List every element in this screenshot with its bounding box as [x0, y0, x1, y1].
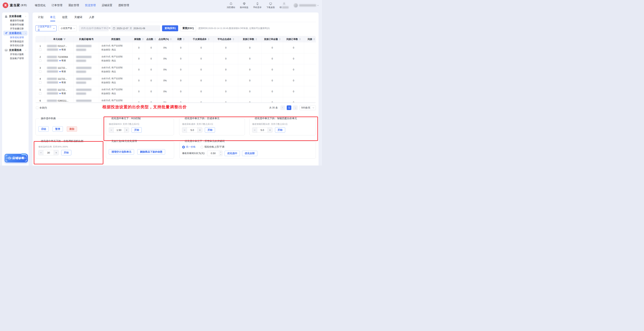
util-diamond[interactable]: 版本权益 — [240, 2, 248, 9]
sidebar-item[interactable]: 快车优化管理 — [2, 36, 28, 40]
column-header[interactable]: 花费 — [173, 36, 189, 43]
delete-offshelf-creative-button[interactable]: 删除商品下架的创意 — [137, 149, 165, 155]
shop-diagnosis-button[interactable]: 店铺诊断 — [4, 154, 28, 162]
util-monitor[interactable]: 下载桌面 — [266, 2, 275, 9]
cost-start-button[interactable]: 开始 — [205, 127, 215, 133]
sort-icon[interactable] — [208, 38, 210, 40]
clean-empty-button[interactable]: 清理空计划和单元 — [109, 149, 134, 155]
minus-button[interactable]: − — [38, 150, 43, 155]
plus-button[interactable]: + — [54, 150, 58, 155]
metric-cell: 0 — [214, 86, 238, 97]
tab[interactable]: 单元 — [50, 13, 56, 22]
column-header[interactable]: 直接订单数 — [238, 36, 262, 43]
start-units-button[interactable]: 启动 — [38, 126, 49, 132]
minus-button[interactable]: − — [109, 128, 114, 133]
column-header[interactable]: 平均点击成本 — [214, 36, 238, 43]
optimize-all-button[interactable]: 优化全部 — [242, 151, 257, 156]
nav-item[interactable]: 订单管理 — [52, 4, 62, 7]
current-page[interactable]: 1 — [287, 105, 291, 110]
metric-input[interactable]: 15天/点击/不含赠品/下单订单 — [79, 25, 109, 31]
search-button[interactable]: 查询(回车) — [162, 25, 178, 31]
column-header[interactable]: 点击率(%) — [157, 36, 173, 43]
sidebar-item[interactable]: 快车优化记录 — [2, 44, 28, 48]
app-logo[interactable]: 速 — [3, 3, 8, 8]
sort-icon[interactable] — [313, 38, 315, 40]
sort-icon[interactable] — [256, 38, 257, 40]
column-header[interactable]: 千次展现成本 — [189, 36, 214, 43]
util-person[interactable]: 联 — [280, 2, 289, 9]
radio-uniform-price[interactable]: 统一价格 — [182, 145, 196, 149]
account-menu[interactable] — [294, 3, 318, 8]
minus-button[interactable]: − — [252, 128, 257, 133]
account-select[interactable]: 小龙堡严选 — [58, 25, 77, 31]
sort-icon[interactable] — [183, 38, 184, 40]
roi-value[interactable]: 1.50 — [114, 128, 124, 133]
nav-item[interactable]: 铺货优化 — [35, 4, 46, 7]
tab[interactable]: 创意 — [62, 13, 68, 22]
sidebar-item[interactable]: 快车数据监控 — [2, 40, 28, 44]
column-header[interactable]: 间接 — [304, 36, 316, 43]
unit-name-suffix: 111722... — [58, 89, 67, 91]
panel-title: 无效计划/单元优化清理 — [110, 139, 138, 143]
nav-item[interactable]: 授权管理 — [118, 4, 129, 7]
prev-page-button[interactable] — [280, 105, 285, 110]
column-header[interactable]: 直接订单金额 — [262, 36, 283, 43]
keyword-bid-input[interactable]: 0.50 — [207, 151, 222, 156]
reset-button[interactable]: 重置(ESC) — [180, 25, 196, 31]
smart-value[interactable]: 5.0 — [257, 128, 268, 133]
util-phone[interactable]: 手机登录 — [253, 2, 262, 9]
premium-start-button[interactable]: 开始 — [61, 150, 71, 155]
spin-up-button[interactable] — [219, 151, 222, 153]
sidebar-group[interactable]: AD京准通报表› — [3, 48, 28, 53]
metric-cell: 0 — [214, 75, 238, 86]
sort-icon[interactable] — [142, 38, 144, 40]
util-bell[interactable]: 消息通知 — [227, 2, 235, 9]
column-header[interactable]: 点击数 — [145, 36, 157, 43]
spin-down-button[interactable] — [219, 153, 222, 156]
sidebar-item[interactable]: 批量快车创建 — [2, 23, 28, 27]
row-checkbox[interactable] — [39, 59, 42, 62]
cost-value[interactable]: 5.0 — [187, 128, 198, 133]
sort-icon[interactable] — [170, 38, 172, 40]
nav-item[interactable]: 投流管理 — [85, 4, 96, 7]
date-range-picker[interactable]: 2025-12-07 至 2026-01-06 — [111, 25, 160, 31]
nav-item[interactable]: 店铺设置 — [102, 4, 112, 7]
roi-start-button[interactable]: 开始 — [132, 127, 142, 133]
sidebar-group[interactable]: 京准通创建› — [3, 14, 28, 19]
plus-button[interactable]: + — [124, 128, 129, 133]
tab[interactable]: 人群 — [89, 13, 94, 22]
smart-start-button[interactable]: 开始 — [275, 127, 285, 133]
sort-icon[interactable] — [154, 38, 156, 40]
column-header[interactable]: 间接订单数 — [283, 36, 304, 43]
plus-button[interactable]: + — [268, 128, 272, 133]
sidebar-item[interactable]: 极速快车创建 — [2, 19, 28, 23]
delete-units-button[interactable]: 删除 — [67, 126, 77, 132]
sort-icon[interactable] — [233, 38, 234, 40]
shop-select[interactable]: 小龙堡严选小店 — [36, 25, 56, 31]
pause-units-button[interactable]: 暂停 — [52, 126, 63, 132]
plus-button[interactable]: + — [198, 128, 202, 133]
nav-item[interactable]: 退款管理 — [68, 4, 79, 7]
next-page-button[interactable] — [293, 105, 298, 110]
radio-float-price[interactable]: 现有价格上浮/下调 — [200, 145, 224, 149]
diagnosis-label: 店铺诊断 — [12, 156, 24, 160]
row-checkbox[interactable] — [39, 48, 42, 51]
optimize-selected-button[interactable]: 优化选中 — [224, 151, 240, 156]
sidebar-item[interactable]: 开车统计报表 — [2, 53, 28, 57]
sidebar-group[interactable]: 京准通优化› — [3, 31, 28, 36]
premium-value[interactable]: 30 — [43, 150, 54, 155]
sidebar-item[interactable]: 投放账户管理 — [2, 57, 28, 61]
column-header[interactable]: 展现数 — [133, 36, 145, 43]
row-checkbox[interactable] — [39, 81, 42, 84]
filter-icon[interactable] — [64, 38, 66, 40]
row-checkbox[interactable] — [39, 70, 42, 73]
page-size-select[interactable]: 500条/页 — [299, 105, 316, 110]
sort-icon[interactable] — [279, 38, 280, 40]
row-checkbox[interactable] — [39, 92, 42, 95]
sidebar-item[interactable]: 开车创建记录 — [2, 27, 28, 31]
avatar — [294, 3, 298, 8]
tab[interactable]: 关键词 — [74, 13, 82, 22]
tab[interactable]: 计划 — [38, 13, 43, 22]
minus-button[interactable]: − — [182, 128, 187, 133]
sort-icon[interactable] — [299, 38, 301, 40]
